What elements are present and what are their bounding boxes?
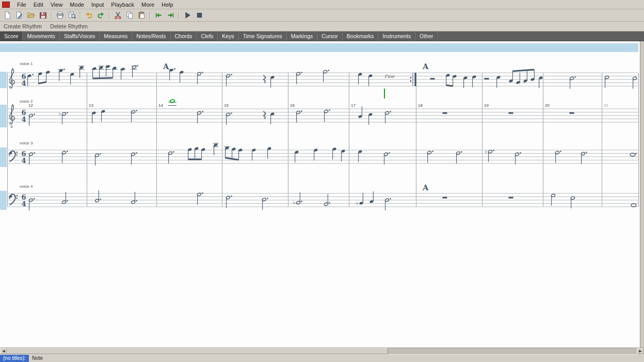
document-edit-button[interactable] — [13, 10, 25, 21]
half-rest[interactable] — [485, 78, 489, 79]
quarter-note[interactable] — [58, 69, 65, 81]
time-signature-denominator[interactable]: 4 — [21, 200, 26, 208]
stop-button[interactable] — [194, 10, 205, 21]
half-note[interactable] — [131, 110, 137, 122]
beam-group[interactable] — [188, 146, 206, 159]
quarter-note[interactable] — [314, 148, 318, 160]
quarter-note[interactable] — [472, 75, 477, 87]
half-note[interactable] — [197, 111, 203, 123]
open-folder-button[interactable] — [25, 10, 37, 21]
quarter-note[interactable] — [341, 149, 346, 161]
undo-button[interactable] — [83, 10, 95, 21]
half-note[interactable] — [168, 151, 174, 163]
delete-rhythm-button[interactable]: Delete Rhythm — [50, 23, 88, 29]
half-note[interactable] — [515, 152, 521, 164]
new-document-button[interactable] — [2, 10, 13, 21]
tab-other[interactable]: Other — [415, 31, 438, 41]
fine-marking[interactable]: Fine — [384, 74, 395, 79]
scroll-thumb[interactable] — [7, 348, 388, 354]
half-note[interactable] — [132, 65, 138, 77]
tab-chords[interactable]: Chords — [171, 31, 197, 41]
menu-more[interactable]: More — [138, 0, 158, 9]
whole-rest[interactable] — [509, 112, 513, 114]
create-rhythm-button[interactable]: Create Rhythm — [4, 23, 42, 29]
tab-notes-rests[interactable]: Notes/Rests — [132, 31, 170, 41]
quarter-note[interactable] — [295, 150, 299, 162]
go-to-start-button[interactable] — [153, 10, 165, 21]
tab-keys[interactable]: Keys — [218, 31, 238, 41]
half-note[interactable] — [226, 74, 232, 86]
save-button[interactable] — [37, 10, 49, 21]
rehearsal-mark[interactable]: A — [422, 183, 429, 192]
quarter-note[interactable] — [120, 67, 126, 79]
quarter-note[interactable] — [180, 70, 184, 83]
whole-rest[interactable] — [443, 112, 447, 114]
cut-button[interactable] — [112, 10, 124, 21]
half-note[interactable] — [131, 192, 137, 204]
half-note[interactable] — [296, 72, 302, 84]
tab-instruments[interactable]: Instruments — [378, 31, 415, 41]
quarter-note[interactable] — [270, 75, 275, 88]
tab-clefs[interactable]: Clefs — [197, 31, 218, 41]
time-signature-denominator[interactable]: 4 — [21, 79, 26, 87]
whole-note[interactable] — [631, 204, 636, 207]
quarter-note[interactable] — [169, 68, 175, 80]
half-note[interactable] — [131, 152, 137, 164]
scroll-track[interactable] — [7, 348, 637, 354]
half-note[interactable] — [456, 151, 462, 163]
tab-score[interactable]: Score — [0, 31, 23, 41]
scroll-right-button[interactable]: ▶ — [637, 348, 644, 354]
tab-bookmarks[interactable]: Bookmarks — [343, 31, 379, 41]
quarter-note[interactable] — [368, 74, 373, 86]
vertical-scrollbar[interactable] — [640, 41, 644, 348]
whole-rest[interactable] — [570, 112, 574, 114]
rehearsal-mark[interactable]: A — [422, 62, 429, 71]
tab-staffs-voices[interactable]: Staffs/Voices — [60, 31, 100, 41]
quarter-note[interactable] — [252, 148, 256, 160]
treble-clef-icon[interactable] — [10, 69, 15, 88]
menu-edit[interactable]: Edit — [30, 0, 47, 9]
beam-group[interactable] — [509, 70, 535, 85]
half-note[interactable] — [95, 190, 101, 203]
tab-time-signatures[interactable]: Time Signatures — [239, 31, 287, 41]
menu-help[interactable]: Help — [158, 0, 177, 9]
quarter-note[interactable]: ♭ — [356, 193, 364, 206]
half-note[interactable] — [551, 193, 556, 206]
half-note[interactable] — [226, 195, 232, 208]
whole-rest[interactable] — [443, 197, 447, 199]
print-button[interactable] — [54, 10, 66, 21]
quarter-note[interactable] — [92, 111, 96, 123]
beam-group[interactable] — [92, 64, 118, 78]
tab-movements[interactable]: Movements — [23, 31, 59, 41]
whole-note[interactable] — [630, 153, 637, 156]
half-note[interactable] — [605, 75, 609, 88]
menu-file[interactable]: File — [13, 0, 30, 9]
rehearsal-mark[interactable]: A — [163, 62, 169, 71]
treble-clef-icon[interactable]: 8 — [10, 105, 15, 129]
app-icon[interactable] — [2, 2, 10, 8]
quarter-note[interactable] — [496, 75, 501, 88]
redo-button[interactable] — [95, 10, 107, 21]
menu-mode[interactable]: Mode — [66, 0, 88, 9]
half-note[interactable] — [262, 198, 268, 210]
menu-playback[interactable]: Playback — [107, 0, 138, 9]
scroll-left-button[interactable]: ◀ — [0, 348, 7, 354]
half-rest[interactable] — [430, 78, 435, 79]
half-note[interactable] — [197, 72, 203, 84]
copy-button[interactable] — [124, 10, 136, 21]
tab-cursor[interactable]: Cursor — [317, 31, 343, 41]
paste-button[interactable] — [136, 10, 148, 21]
menu-input[interactable]: Input — [88, 0, 107, 9]
half-note[interactable] — [384, 152, 390, 164]
beam-group[interactable] — [446, 73, 457, 86]
go-to-end-button[interactable] — [165, 10, 176, 21]
time-signature-denominator[interactable]: 4 — [21, 116, 26, 123]
half-note[interactable] — [29, 152, 35, 164]
selected-note[interactable] — [168, 99, 176, 105]
half-note[interactable] — [571, 196, 575, 208]
time-signature-denominator[interactable]: 4 — [21, 157, 26, 164]
menu-view[interactable]: View — [47, 0, 67, 9]
tab-measures[interactable]: Measures — [100, 31, 132, 41]
whole-rest[interactable] — [509, 197, 513, 199]
half-note[interactable] — [197, 192, 203, 205]
